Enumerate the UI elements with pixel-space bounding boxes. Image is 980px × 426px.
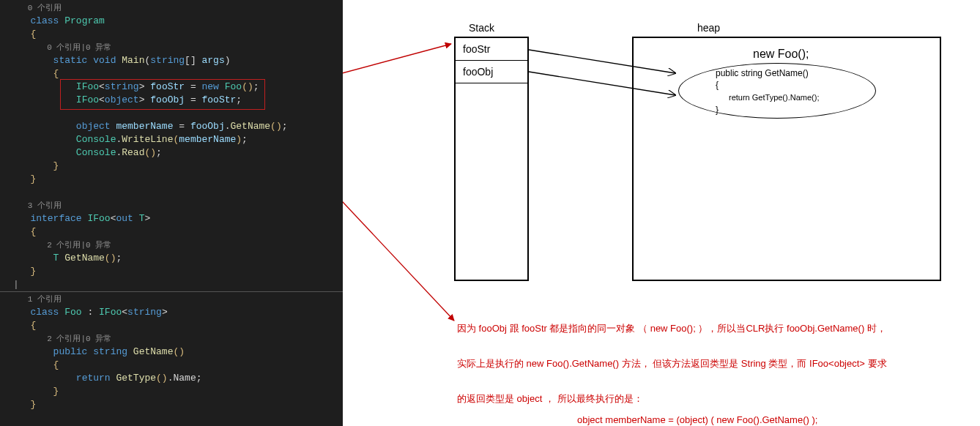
code-panel: 0 个引用 class Program { 0 个引用|0 异常 static … <box>0 0 343 426</box>
heap-label: heap <box>697 22 720 34</box>
arrow-code-to-stack <box>343 44 451 94</box>
code-line: static void Main(string[] args) <box>13 54 343 67</box>
explain-line: 的返回类型是 object ， 所以最终执行的是： <box>457 392 643 406</box>
explain-line: object memberName = (object) ( new Foo()… <box>577 414 817 425</box>
codelens: 3 个引用 <box>13 199 343 212</box>
highlight-box <box>60 79 265 110</box>
explain-line: 实际上是执行的 new Foo().GetName() 方法， 但该方法返回类型… <box>457 357 887 370</box>
stack-cell-foostr: fooStr <box>456 38 527 61</box>
codelens: 2 个引用|0 异常 <box>13 332 343 345</box>
code-line: public string GetName() <box>13 345 343 359</box>
codelens: 2 个引用|0 异常 <box>13 239 343 252</box>
diagram-panel: Stack heap fooStr fooObj new Foo(); publ… <box>343 0 980 426</box>
cursor-line: | <box>13 278 343 291</box>
codelens: 0 个引用 <box>13 1 343 15</box>
stack-box: fooStr fooObj <box>454 37 529 281</box>
method-line: { <box>716 80 719 90</box>
codelens: 0 个引用|0 异常 <box>13 41 343 54</box>
newfoo-label: new Foo(); <box>753 48 809 61</box>
code-line: } <box>13 385 343 398</box>
code-line: { <box>13 359 343 372</box>
code-line: { <box>13 319 343 332</box>
arrow-code-to-explain <box>343 132 454 321</box>
code-line: } <box>13 398 343 411</box>
method-line: } <box>716 105 719 115</box>
method-line: public string GetName() <box>716 68 809 78</box>
codelens: 1 个引用 <box>13 293 343 306</box>
code-line <box>13 186 343 199</box>
explain-line: 因为 fooObj 跟 fooStr 都是指向的同一对象 （ new Foo()… <box>457 322 886 335</box>
code-line: } <box>13 265 343 278</box>
method-line: return GetType().Name(); <box>729 93 819 102</box>
code-line: } <box>13 160 343 173</box>
stack-cell-fooobj: fooObj <box>456 61 527 83</box>
code-line: { <box>13 28 343 41</box>
code-line: interface IFoo<out T> <box>13 212 343 225</box>
code-line: class Foo : IFoo<string> <box>13 306 343 319</box>
code-line: return GetType().Name; <box>13 372 343 385</box>
code-line: { <box>13 225 343 239</box>
code-line: object memberName = fooObj.GetName(); <box>13 120 343 133</box>
code-line: T GetName(); <box>13 252 343 265</box>
method-bubble: public string GetName() { return GetType… <box>678 63 876 119</box>
stack-label: Stack <box>469 22 494 34</box>
code-line: Console.WriteLine(memberName); <box>13 133 343 146</box>
code-line: } <box>13 173 343 186</box>
code-line: Console.Read(); <box>13 146 343 160</box>
code-line: class Program <box>13 15 343 28</box>
